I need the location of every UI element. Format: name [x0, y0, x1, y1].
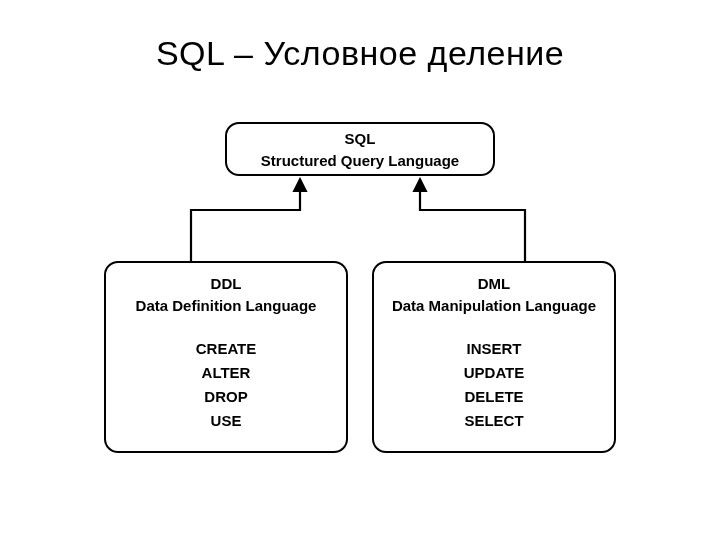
slide-title: SQL – Условное деление	[0, 34, 720, 73]
dml-kw-delete: DELETE	[374, 385, 614, 409]
child-box-ddl: DDL Data Definition Language CREATE ALTE…	[104, 261, 348, 453]
ddl-full: Data Definition Language	[106, 295, 346, 317]
ddl-abbr: DDL	[106, 273, 346, 295]
connector-right	[420, 180, 525, 261]
ddl-kw-alter: ALTER	[106, 361, 346, 385]
dml-kw-select: SELECT	[374, 409, 614, 433]
ddl-kw-drop: DROP	[106, 385, 346, 409]
parent-line2: Structured Query Language	[227, 150, 493, 172]
dml-abbr: DML	[374, 273, 614, 295]
child-box-dml: DML Data Manipulation Language INSERT UP…	[372, 261, 616, 453]
parent-line1: SQL	[227, 128, 493, 150]
ddl-kw-use: USE	[106, 409, 346, 433]
connector-left	[191, 180, 300, 261]
ddl-kw-create: CREATE	[106, 337, 346, 361]
parent-box-sql: SQL Structured Query Language	[225, 122, 495, 176]
dml-kw-insert: INSERT	[374, 337, 614, 361]
dml-kw-update: UPDATE	[374, 361, 614, 385]
dml-full: Data Manipulation Language	[374, 295, 614, 317]
